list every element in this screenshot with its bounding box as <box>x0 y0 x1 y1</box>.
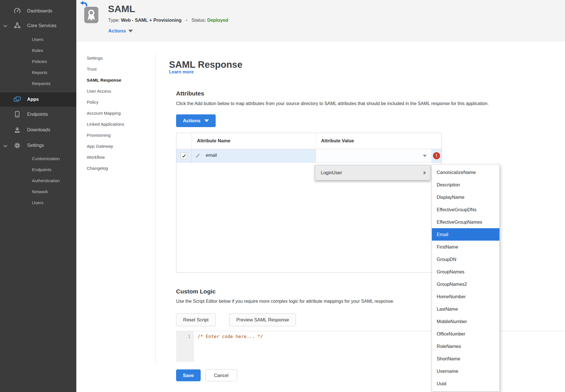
sidebar-subitem[interactable]: Customization <box>0 153 76 164</box>
section-nav-item[interactable]: App Gateway <box>87 141 149 152</box>
sidebar-item-settings[interactable]: Settings <box>0 138 76 153</box>
header-actions-menu[interactable]: Actions <box>108 28 133 34</box>
type-value: Web - SAML + Provisioning <box>121 18 181 23</box>
submenu-item[interactable]: EffectiveGroupDNs <box>432 203 499 216</box>
submenu-item[interactable]: MobileNumber <box>432 315 499 328</box>
save-button[interactable]: Save <box>176 369 201 381</box>
gauge-icon <box>13 8 21 14</box>
sidebar-subitem[interactable]: Roles <box>0 45 76 56</box>
section-nav-item[interactable]: Settings <box>87 53 149 64</box>
dropdown-item-label: LoginUser <box>315 170 342 175</box>
section-nav-item[interactable]: Provisioning <box>87 130 149 141</box>
sidebar-item-label: Dashboards <box>0 8 52 14</box>
status-badge: Deployed <box>207 18 228 23</box>
sidebar-item-downloads[interactable]: Downloads <box>0 122 76 138</box>
submenu-arrow-right-icon <box>424 171 426 175</box>
submenu-item[interactable]: Description <box>432 178 499 191</box>
sidebar-subitem[interactable]: Users <box>0 197 76 208</box>
attribute-value-dropdown[interactable] <box>316 149 431 162</box>
sidebar-item-label: Core Services <box>0 23 57 28</box>
checkbox-column-header <box>176 133 192 149</box>
attributes-actions-button[interactable]: Actions <box>176 114 216 127</box>
column-divider <box>316 133 316 149</box>
column-header-attribute-name: Attribute Name <box>197 138 230 143</box>
core-services-subnav: UsersRolesPoliciesReportsRequests <box>0 34 76 89</box>
sidebar-item-core-services[interactable]: Core Services <box>0 17 76 34</box>
page-title: SAML Response <box>169 59 243 70</box>
attributes-heading: Attributes <box>176 90 204 97</box>
caret-down-icon <box>423 155 427 157</box>
submenu-item[interactable]: LastName <box>432 303 499 315</box>
sidebar-subitem[interactable]: Endpoints <box>0 164 76 175</box>
value-dropdown-menu-item-loginuser[interactable]: LoginUser <box>315 165 430 180</box>
script-editor[interactable]: 1 /* Enter code here... */ <box>176 331 565 362</box>
section-nav-item[interactable]: SAML Response <box>87 75 149 86</box>
sidebar-subitem[interactable]: Requests <box>0 78 76 89</box>
section-nav-item[interactable]: Trust <box>87 64 149 75</box>
submenu-item[interactable]: RoleNames <box>432 340 499 352</box>
submenu-item[interactable]: DisplayName <box>432 191 499 203</box>
submenu-item[interactable]: Email <box>432 228 499 241</box>
sidebar-item-label: Endpoints <box>0 112 48 117</box>
sidebar-item-apps[interactable]: Apps <box>0 92 76 106</box>
column-header-attribute-value: Attribute Value <box>321 138 354 143</box>
attributes-table: Attribute Name Attribute Value email ! <box>176 133 442 273</box>
attributes-description: Click the Add button below to map attrib… <box>176 101 489 106</box>
mobile-device-icon <box>13 111 21 118</box>
section-nav-item[interactable]: Linked Applications <box>87 119 149 130</box>
sidebar-item-endpoints[interactable]: Endpoints <box>0 106 76 122</box>
table-row[interactable]: email ! <box>176 149 441 163</box>
table-header: Attribute Name Attribute Value <box>176 133 441 149</box>
caret-down-icon <box>128 30 133 32</box>
spacer <box>0 0 76 5</box>
section-nav-item[interactable]: Account Mapping <box>87 108 149 119</box>
attribute-name-value: email <box>206 153 217 158</box>
submenu-item[interactable]: GroupNames <box>432 265 499 278</box>
cancel-button[interactable]: Cancel <box>205 369 237 381</box>
app-header: SAML Type: Web - SAML + Provisioning • S… <box>76 0 565 42</box>
section-nav-item[interactable]: Policy <box>87 97 149 108</box>
preview-saml-response-button[interactable]: Preview SAML Response <box>229 313 296 326</box>
submenu-item[interactable]: HomeNumber <box>432 290 499 303</box>
error-icon: ! <box>433 152 440 159</box>
app-page: Dashboards Core Services UsersRolesPolic… <box>0 0 565 392</box>
submenu-item[interactable]: Uuid <box>432 377 499 390</box>
chevron-down-icon[interactable] <box>3 23 7 29</box>
sidebar-subitem[interactable]: Users <box>0 34 76 45</box>
download-icon <box>13 127 21 133</box>
row-checkbox-cell <box>176 149 192 162</box>
reset-script-button[interactable]: Reset Script <box>176 313 216 326</box>
submenu-item[interactable]: EffectiveGroupNames <box>432 216 499 228</box>
value-dropdown-submenu: CanonicalizeNameDescriptionDisplayNameEf… <box>432 164 500 392</box>
chevron-down-icon[interactable] <box>3 143 7 149</box>
editor-line-number: 1 <box>176 331 194 362</box>
edit-pencil-icon[interactable] <box>195 153 201 160</box>
sidebar-item-dashboards[interactable]: Dashboards <box>0 5 76 17</box>
section-nav-item[interactable]: User Access <box>87 86 149 97</box>
sidebar-subitem[interactable]: Policies <box>0 56 76 67</box>
learn-more-link[interactable]: Learn more <box>169 69 194 75</box>
sidebar-subitem[interactable]: Reports <box>0 67 76 78</box>
app-title: SAML <box>108 3 135 14</box>
editor-code-line[interactable]: /* Enter code here... */ <box>194 331 263 362</box>
type-label: Type: <box>108 18 120 23</box>
app-section-nav: SettingsTrustSAML ResponseUser AccessPol… <box>87 53 149 174</box>
submenu-item[interactable]: CanonicalizeName <box>432 166 499 178</box>
submenu-item[interactable]: Username <box>432 365 499 377</box>
submenu-item[interactable]: GroupDN <box>432 253 499 265</box>
section-nav-item[interactable]: Workflow <box>87 152 149 163</box>
sidebar-item-label: Downloads <box>0 127 50 132</box>
submenu-item[interactable]: OfficeNumber <box>432 328 499 340</box>
submenu-item[interactable]: ShortName <box>432 352 499 365</box>
caret-down-icon <box>204 119 209 122</box>
core-services-icon <box>13 22 21 29</box>
row-checkbox[interactable] <box>181 153 187 159</box>
submenu-item[interactable]: GroupNames2 <box>432 278 499 290</box>
section-nav-item[interactable]: Changelog <box>87 163 149 174</box>
status-label: Status: <box>191 18 206 23</box>
sidebar-subitem[interactable]: Network <box>0 186 76 197</box>
actions-button-label: Actions <box>183 118 200 124</box>
meta-separator: • <box>186 18 187 23</box>
sidebar-subitem[interactable]: Authentication <box>0 175 76 186</box>
submenu-item[interactable]: FirstName <box>432 241 499 253</box>
